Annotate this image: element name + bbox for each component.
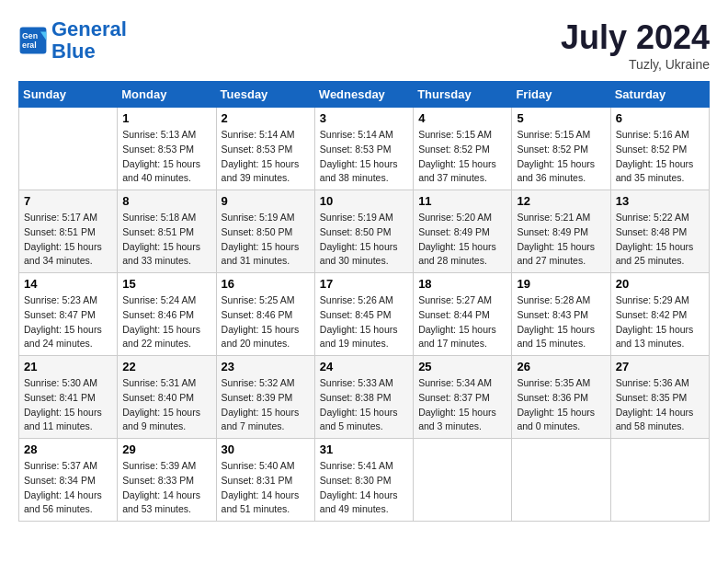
calendar-week-5: 28Sunrise: 5:37 AM Sunset: 8:34 PM Dayli…	[19, 439, 710, 522]
location: Tuzly, Ukraine	[561, 57, 710, 72]
calendar-cell: 19Sunrise: 5:28 AM Sunset: 8:43 PM Dayli…	[512, 273, 610, 356]
day-number: 7	[24, 194, 112, 208]
day-info: Sunrise: 5:16 AM Sunset: 8:52 PM Dayligh…	[616, 128, 704, 186]
calendar-week-2: 7Sunrise: 5:17 AM Sunset: 8:51 PM Daylig…	[19, 190, 710, 273]
day-info: Sunrise: 5:23 AM Sunset: 8:47 PM Dayligh…	[24, 293, 112, 351]
day-info: Sunrise: 5:22 AM Sunset: 8:48 PM Dayligh…	[616, 211, 704, 269]
weekday-header-row: SundayMondayTuesdayWednesdayThursdayFrid…	[19, 82, 710, 108]
calendar-week-1: 1Sunrise: 5:13 AM Sunset: 8:53 PM Daylig…	[19, 108, 710, 190]
calendar-cell: 30Sunrise: 5:40 AM Sunset: 8:31 PM Dayli…	[216, 439, 314, 522]
logo-name: General Blue	[51, 18, 127, 63]
calendar-cell: 8Sunrise: 5:18 AM Sunset: 8:51 PM Daylig…	[118, 190, 216, 273]
calendar-cell: 15Sunrise: 5:24 AM Sunset: 8:46 PM Dayli…	[118, 273, 216, 356]
day-info: Sunrise: 5:21 AM Sunset: 8:49 PM Dayligh…	[517, 211, 605, 269]
day-info: Sunrise: 5:13 AM Sunset: 8:53 PM Dayligh…	[122, 128, 210, 186]
calendar-cell	[512, 439, 610, 522]
calendar-cell: 28Sunrise: 5:37 AM Sunset: 8:34 PM Dayli…	[19, 439, 118, 522]
day-info: Sunrise: 5:26 AM Sunset: 8:45 PM Dayligh…	[320, 293, 408, 351]
day-number: 1	[122, 111, 210, 125]
svg-text:Gen: Gen	[22, 32, 38, 41]
calendar-cell: 27Sunrise: 5:36 AM Sunset: 8:35 PM Dayli…	[610, 356, 709, 439]
day-number: 18	[418, 277, 506, 291]
calendar-cell: 4Sunrise: 5:15 AM Sunset: 8:52 PM Daylig…	[414, 108, 512, 190]
calendar-cell: 1Sunrise: 5:13 AM Sunset: 8:53 PM Daylig…	[118, 108, 216, 190]
day-info: Sunrise: 5:25 AM Sunset: 8:46 PM Dayligh…	[222, 293, 310, 351]
logo-icon: Gen eral	[18, 26, 48, 55]
day-number: 3	[320, 111, 408, 125]
weekday-thursday: Thursday	[414, 82, 512, 108]
calendar-cell: 10Sunrise: 5:19 AM Sunset: 8:50 PM Dayli…	[314, 190, 413, 273]
calendar-cell: 14Sunrise: 5:23 AM Sunset: 8:47 PM Dayli…	[19, 273, 118, 356]
day-info: Sunrise: 5:34 AM Sunset: 8:37 PM Dayligh…	[418, 376, 506, 434]
calendar-cell: 17Sunrise: 5:26 AM Sunset: 8:45 PM Dayli…	[314, 273, 413, 356]
weekday-friday: Friday	[512, 82, 610, 108]
day-number: 10	[320, 194, 408, 208]
day-info: Sunrise: 5:36 AM Sunset: 8:35 PM Dayligh…	[616, 376, 704, 434]
calendar-cell: 24Sunrise: 5:33 AM Sunset: 8:38 PM Dayli…	[314, 356, 413, 439]
day-number: 28	[24, 442, 112, 456]
day-number: 12	[517, 194, 605, 208]
calendar-body: 1Sunrise: 5:13 AM Sunset: 8:53 PM Daylig…	[19, 108, 710, 522]
calendar-cell: 20Sunrise: 5:29 AM Sunset: 8:42 PM Dayli…	[610, 273, 709, 356]
month-year: July 2024	[561, 18, 710, 57]
day-info: Sunrise: 5:31 AM Sunset: 8:40 PM Dayligh…	[122, 376, 210, 434]
day-info: Sunrise: 5:28 AM Sunset: 8:43 PM Dayligh…	[517, 293, 605, 351]
day-number: 15	[122, 277, 210, 291]
day-info: Sunrise: 5:37 AM Sunset: 8:34 PM Dayligh…	[24, 459, 112, 517]
weekday-tuesday: Tuesday	[216, 82, 314, 108]
day-info: Sunrise: 5:15 AM Sunset: 8:52 PM Dayligh…	[418, 128, 506, 186]
page-header: Gen eral General Blue July 2024 Tuzly, U…	[18, 18, 710, 72]
day-number: 17	[320, 277, 408, 291]
calendar-cell: 7Sunrise: 5:17 AM Sunset: 8:51 PM Daylig…	[19, 190, 118, 273]
title-block: July 2024 Tuzly, Ukraine	[561, 18, 710, 72]
day-info: Sunrise: 5:27 AM Sunset: 8:44 PM Dayligh…	[418, 293, 506, 351]
day-info: Sunrise: 5:15 AM Sunset: 8:52 PM Dayligh…	[517, 128, 605, 186]
day-number: 2	[222, 111, 310, 125]
calendar-cell	[610, 439, 709, 522]
calendar-cell	[414, 439, 512, 522]
day-number: 11	[418, 194, 506, 208]
day-number: 31	[320, 442, 408, 456]
day-info: Sunrise: 5:20 AM Sunset: 8:49 PM Dayligh…	[418, 211, 506, 269]
day-info: Sunrise: 5:18 AM Sunset: 8:51 PM Dayligh…	[122, 211, 210, 269]
day-info: Sunrise: 5:29 AM Sunset: 8:42 PM Dayligh…	[616, 293, 704, 351]
day-info: Sunrise: 5:19 AM Sunset: 8:50 PM Dayligh…	[222, 211, 310, 269]
calendar-cell: 31Sunrise: 5:41 AM Sunset: 8:30 PM Dayli…	[314, 439, 413, 522]
day-number: 23	[222, 360, 310, 373]
day-number: 4	[418, 111, 506, 125]
day-number: 21	[24, 360, 112, 373]
day-number: 25	[418, 360, 506, 373]
day-number: 8	[122, 194, 210, 208]
logo: Gen eral General Blue	[18, 18, 127, 63]
day-number: 29	[122, 442, 210, 456]
day-number: 22	[122, 360, 210, 373]
day-info: Sunrise: 5:24 AM Sunset: 8:46 PM Dayligh…	[122, 293, 210, 351]
day-info: Sunrise: 5:32 AM Sunset: 8:39 PM Dayligh…	[222, 376, 310, 434]
day-info: Sunrise: 5:40 AM Sunset: 8:31 PM Dayligh…	[222, 459, 310, 517]
day-number: 19	[517, 277, 605, 291]
day-info: Sunrise: 5:35 AM Sunset: 8:36 PM Dayligh…	[517, 376, 605, 434]
calendar-cell: 26Sunrise: 5:35 AM Sunset: 8:36 PM Dayli…	[512, 356, 610, 439]
svg-text:eral: eral	[22, 40, 37, 50]
calendar-cell: 9Sunrise: 5:19 AM Sunset: 8:50 PM Daylig…	[216, 190, 314, 273]
day-number: 30	[222, 442, 310, 456]
calendar-cell	[19, 108, 118, 190]
calendar-cell: 12Sunrise: 5:21 AM Sunset: 8:49 PM Dayli…	[512, 190, 610, 273]
day-number: 20	[616, 277, 704, 291]
calendar-cell: 13Sunrise: 5:22 AM Sunset: 8:48 PM Dayli…	[610, 190, 709, 273]
day-info: Sunrise: 5:14 AM Sunset: 8:53 PM Dayligh…	[222, 128, 310, 186]
day-number: 24	[320, 360, 408, 373]
day-number: 16	[222, 277, 310, 291]
calendar-cell: 23Sunrise: 5:32 AM Sunset: 8:39 PM Dayli…	[216, 356, 314, 439]
calendar-week-3: 14Sunrise: 5:23 AM Sunset: 8:47 PM Dayli…	[19, 273, 710, 356]
weekday-monday: Monday	[118, 82, 216, 108]
day-number: 6	[616, 111, 704, 125]
day-number: 26	[517, 360, 605, 373]
calendar-cell: 21Sunrise: 5:30 AM Sunset: 8:41 PM Dayli…	[19, 356, 118, 439]
calendar-cell: 11Sunrise: 5:20 AM Sunset: 8:49 PM Dayli…	[414, 190, 512, 273]
calendar-cell: 29Sunrise: 5:39 AM Sunset: 8:33 PM Dayli…	[118, 439, 216, 522]
day-info: Sunrise: 5:17 AM Sunset: 8:51 PM Dayligh…	[24, 211, 112, 269]
day-info: Sunrise: 5:19 AM Sunset: 8:50 PM Dayligh…	[320, 211, 408, 269]
day-number: 13	[616, 194, 704, 208]
day-info: Sunrise: 5:14 AM Sunset: 8:53 PM Dayligh…	[320, 128, 408, 186]
